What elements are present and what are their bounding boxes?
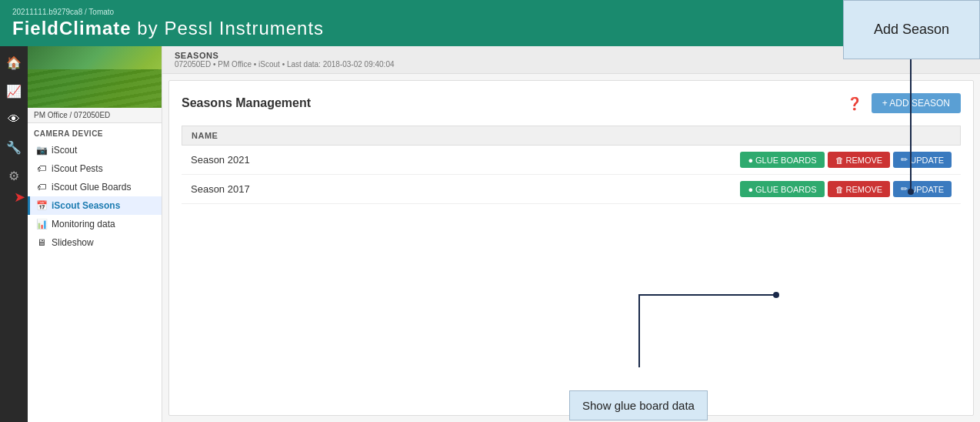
update-button-2021[interactable]: ✏ UPDATE [893, 152, 952, 168]
glue-icon-2: ● [748, 185, 753, 194]
brand-suffix: by Pessl Instruments [132, 18, 324, 39]
trash-icon-2: 🗑 [835, 185, 844, 194]
sidebar-arrow-indicator: ➤ [14, 189, 25, 206]
logo: 20211111.b9279ca8 / Tomato FieldClimate … [12, 8, 324, 39]
app-body: 🏠 📈 👁 🔧 ⚙ PM Office / 072050ED CAMERA DE… [0, 46, 980, 422]
field-rows-decoration [28, 69, 162, 108]
sidebar-section-title: CAMERA DEVICE [28, 123, 162, 141]
brand-name: FieldClimate by Pessl Instruments [12, 18, 324, 39]
sidebar-station-label: PM Office / 072050ED [28, 108, 162, 123]
sidebar-item-slideshow[interactable]: 🖥 Slideshow [28, 233, 162, 252]
sidebar-item-iscout-glue-boards[interactable]: 🏷 iScout Glue Boards [28, 178, 162, 196]
pencil-icon-2: ✏ [901, 184, 908, 194]
show-glue-board-callout: Show glue board data [569, 390, 708, 420]
table-row: Season 2021 ● GLUE BOARDS 🗑 REMOVE ✏ UPD… [182, 146, 961, 175]
season-2021-name: Season 2021 [191, 154, 250, 166]
app-header: 20211111.b9279ca8 / Tomato FieldClimate … [0, 0, 980, 46]
settings-nav-icon[interactable]: ⚙ [0, 166, 28, 186]
content-header: Seasons Management ❓ + ADD SEASON [182, 93, 961, 113]
slideshow-icon: 🖥 [36, 237, 47, 248]
breadcrumb-sub: 072050ED • PM Office • iScout • Last dat… [175, 60, 968, 69]
sidebar-item-iscout-seasons[interactable]: 📅 iScout Seasons [28, 196, 162, 215]
glue-boards-button-2021[interactable]: ● GLUE BOARDS [740, 152, 824, 168]
glue-board-dot [773, 292, 779, 298]
pencil-icon: ✏ [901, 155, 908, 165]
iscout-glue-icon: 🏷 [36, 182, 47, 193]
icon-nav: 🏠 📈 👁 🔧 ⚙ [0, 46, 28, 422]
table-header: NAME [182, 126, 961, 146]
eye-nav-icon[interactable]: 👁 [0, 109, 28, 129]
add-season-line [910, 59, 912, 190]
season-2017-name: Season 2017 [191, 183, 250, 195]
glue-board-h-line [638, 294, 775, 296]
sidebar-item-iscout-pests[interactable]: 🏷 iScout Pests [28, 159, 162, 178]
help-icon[interactable]: ❓ [847, 96, 862, 111]
remove-button-2021[interactable]: 🗑 REMOVE [828, 152, 891, 168]
sidebar: PM Office / 072050ED CAMERA DEVICE ➤ 📷 i… [28, 46, 162, 422]
season-2017-actions: ● GLUE BOARDS 🗑 REMOVE ✏ UPDATE [740, 181, 952, 197]
tools-nav-icon[interactable]: 🔧 [0, 137, 28, 158]
content-area: Seasons Management ❓ + ADD SEASON NAME S… [168, 80, 974, 416]
monitoring-icon: 📊 [36, 219, 47, 229]
season-2021-actions: ● GLUE BOARDS 🗑 REMOVE ✏ UPDATE [740, 152, 952, 168]
glue-board-v-line [638, 294, 640, 367]
sidebar-menu: 📷 iScout 🏷 iScout Pests 🏷 iScout Glue Bo… [28, 141, 162, 252]
home-nav-icon[interactable]: 🏠 [0, 52, 28, 73]
sidebar-item-iscout[interactable]: 📷 iScout [28, 141, 162, 159]
page-title: Seasons Management [182, 96, 311, 110]
update-button-2017[interactable]: ✏ UPDATE [893, 181, 952, 197]
add-season-dot [908, 189, 914, 195]
add-season-callout: Add Season [843, 0, 980, 59]
iscout-seasons-icon: 📅 [36, 200, 47, 211]
sidebar-field-image [28, 46, 162, 108]
name-column-header: NAME [192, 131, 218, 140]
station-name: 20211111.b9279ca8 / Tomato [12, 8, 324, 16]
glue-boards-button-2017[interactable]: ● GLUE BOARDS [740, 181, 824, 197]
iscout-icon: 📷 [36, 145, 47, 156]
trash-icon: 🗑 [835, 156, 844, 165]
glue-icon: ● [748, 156, 753, 165]
add-season-button[interactable]: + ADD SEASON [872, 93, 961, 113]
sidebar-item-monitoring-data[interactable]: 📊 Monitoring data [28, 215, 162, 233]
iscout-pests-icon: 🏷 [36, 163, 47, 174]
chart-nav-icon[interactable]: 📈 [0, 81, 28, 102]
table-row: Season 2017 ● GLUE BOARDS 🗑 REMOVE ✏ UPD… [182, 175, 961, 204]
main-content: SEASONS 072050ED • PM Office • iScout • … [162, 46, 980, 422]
remove-button-2017[interactable]: 🗑 REMOVE [828, 181, 891, 197]
